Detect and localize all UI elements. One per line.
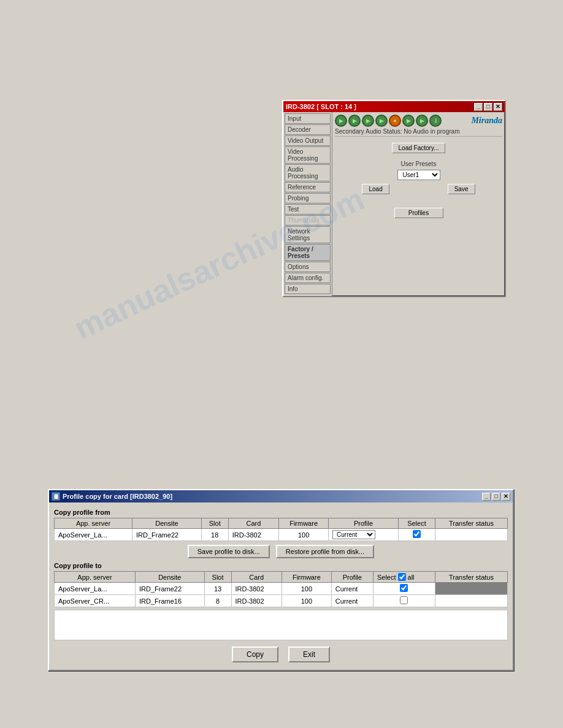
copy-to-label: Copy profile to [54,562,508,569]
profile-window: 📋 Profile copy for card [IRD3802_90] _ □… [48,489,514,671]
ird-window: IRD-3802 [ SLOT : 14 ] _ □ ✕ Input Decod… [282,100,506,297]
profile-close-button[interactable]: ✕ [502,493,510,501]
ird-title: IRD-3802 [ SLOT : 14 ] [286,103,356,110]
toolbar-btn-6[interactable]: ▶ [402,115,415,127]
user-presets-label: User Presets [335,161,502,167]
nav-reference[interactable]: Reference [285,182,331,192]
maximize-button[interactable]: □ [484,103,492,111]
copy-from-label: Copy profile from [54,509,508,516]
to-profile-2: Current [331,595,373,607]
nav-video-processing[interactable]: Video Processing [285,146,331,164]
copy-to-table: App. server Densite Slot Card Firmware P… [54,571,508,607]
to-header-select: Select all [373,572,435,583]
to-row-1: ApoServer_La... IRD_Frame22 13 IRD-3802 … [55,583,508,595]
toolbar-btn-1[interactable]: ▶ [335,115,347,127]
to-card-2: IRD-3802 [231,595,282,607]
nav-audio-processing[interactable]: Audio Processing [285,164,331,181]
profile-body: Copy profile from App. server Densite Sl… [49,502,513,670]
from-header-card: Card [228,518,279,529]
to-header-card: Card [231,572,282,583]
nav-thumbnails[interactable]: Thumbnails [285,215,331,226]
to-slot-1: 13 [204,583,231,595]
profile-icon: 📋 [52,492,60,501]
from-header-firmware: Firmware [279,518,329,529]
copy-button[interactable]: Copy [232,646,278,662]
bottom-buttons: Copy Exit [54,646,508,662]
toolbar-btn-7[interactable]: ▶ [416,115,428,127]
ird-content: ▶ ▶ ▶ ▶ ● ▶ ▶ ℹ Miranda Secondary Audio … [332,112,505,296]
from-profile-select[interactable]: Current [332,530,375,539]
exit-button[interactable]: Exit [288,646,330,662]
from-header-slot: Slot [201,518,228,529]
select-all-header: Select all [377,573,431,581]
ird-status: Secondary Audio Status: No Audio in prog… [335,128,502,137]
to-firmware-1: 100 [282,583,331,595]
mid-buttons: Save profile to disk... Restore profile … [54,545,508,558]
toolbar-btn-3[interactable]: ▶ [362,115,374,127]
copy-from-table: App. server Densite Slot Card Firmware P… [54,518,508,541]
nav-factory-presets[interactable]: Factory / Presets [285,244,331,261]
to-transfer-1 [435,583,507,595]
nav-input[interactable]: Input [285,113,331,124]
to-select-checkbox-1[interactable] [400,584,408,592]
factory-section: Load Factory... User Presets User1 Load … [335,143,502,218]
toolbar-btn-2[interactable]: ▶ [348,115,361,127]
close-button[interactable]: ✕ [494,103,502,111]
from-card: IRD-3802 [228,529,279,541]
profile-titlebar-controls: _ □ ✕ [482,493,510,501]
profiles-button[interactable]: Profiles [394,208,443,218]
load-save-row: Load Save [335,183,502,195]
profile-maximize-button[interactable]: □ [492,493,500,501]
from-transfer-status [435,529,507,541]
load-factory-button[interactable]: Load Factory... [392,143,446,153]
to-select-cell-1 [373,583,435,595]
copy-to-section: Copy profile to App. server Densite Slot… [54,562,508,640]
save-button[interactable]: Save [448,184,475,194]
from-row-1: ApoServer_La... IRD_Frame22 18 IRD-3802 … [55,529,508,541]
from-select-cell [399,529,435,541]
nav-info[interactable]: Info [285,284,331,294]
ird-sidebar: Input Decoder Video Output Video Process… [283,112,332,296]
profile-minimize-button[interactable]: _ [482,493,491,501]
ird-body: Input Decoder Video Output Video Process… [283,112,505,296]
from-densite: IRD_Frame22 [132,529,202,541]
nav-video-output[interactable]: Video Output [285,135,331,146]
empty-list-area [54,610,508,640]
to-slot-2: 8 [204,595,231,607]
nav-test[interactable]: Test [285,204,331,214]
to-densite-1: IRD_Frame22 [135,583,204,595]
from-header-densite: Densite [132,518,202,529]
to-header-app: App. server [55,572,136,583]
nav-probing[interactable]: Probing [285,193,331,203]
from-app-server: ApoServer_La... [55,529,132,541]
select-all-checkbox[interactable] [398,573,406,581]
save-profile-disk-button[interactable]: Save profile to disk... [188,545,270,558]
nav-network-settings[interactable]: Network Settings [285,226,331,243]
ird-titlebar: IRD-3802 [ SLOT : 14 ] _ □ ✕ [283,101,505,112]
to-row-2: ApoServer_CR... IRD_Frame16 8 IRD-3802 1… [55,595,508,607]
to-app-server-1: ApoServer_La... [55,583,136,595]
to-select-checkbox-2[interactable] [400,596,408,604]
toolbar-btn-4[interactable]: ▶ [375,115,388,127]
restore-profile-disk-button[interactable]: Restore profile from disk... [276,545,374,558]
from-header-transfer: Transfer status [435,518,507,529]
load-button[interactable]: Load [362,184,389,194]
to-profile-1: Current [331,583,373,595]
toolbar-btn-5[interactable]: ● [389,115,401,127]
user-preset-select[interactable]: User1 [397,170,440,180]
to-app-server-2: ApoServer_CR... [55,595,136,607]
to-header-densite: Densite [135,572,204,583]
to-header-profile: Profile [331,572,373,583]
minimize-button[interactable]: _ [474,103,483,111]
to-header-firmware: Firmware [282,572,331,583]
from-header-select: Select [399,518,435,529]
profile-title: Profile copy for card [IRD3802_90] [63,493,172,500]
from-slot: 18 [201,529,228,541]
nav-alarm-config[interactable]: Alarm config. [285,273,331,283]
user-preset-row: User1 [335,170,502,180]
from-select-checkbox[interactable] [413,530,421,538]
from-header-profile: Profile [329,518,399,529]
nav-options[interactable]: Options [285,262,331,272]
nav-decoder[interactable]: Decoder [285,124,331,135]
toolbar-btn-8[interactable]: ℹ [429,115,442,127]
